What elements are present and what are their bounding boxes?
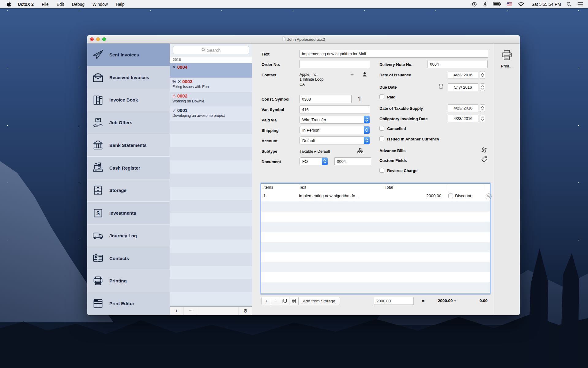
invoice-row-0001[interactable]: ✓ 0001 Developing an awesome project: [170, 106, 252, 121]
item-row[interactable]: 1 Implementing new algorithm fo... 2000.…: [261, 191, 490, 201]
sidebar-item-printing[interactable]: Printing: [87, 270, 170, 293]
due-date-stepper[interactable]: [480, 83, 485, 91]
receipt-icon[interactable]: [481, 147, 487, 154]
subtype-value[interactable]: Taxable ▸ Default: [300, 149, 330, 154]
items-table[interactable]: Items Text Total 1 Implementing new algo…: [261, 183, 490, 294]
order-no-field[interactable]: [300, 60, 370, 68]
subtotal-value: 2000.00 +: [427, 298, 456, 303]
close-button[interactable]: [90, 37, 94, 41]
print-icon[interactable]: [500, 49, 513, 63]
menu-window[interactable]: Window: [92, 2, 108, 7]
delivery-note-field[interactable]: [428, 60, 488, 68]
list-group-header: 2016: [170, 57, 252, 63]
invoice-row-0004[interactable]: ✕ 0004: [170, 63, 252, 78]
var-symbol-field[interactable]: [300, 105, 370, 113]
spotlight-icon[interactable]: [567, 2, 571, 7]
date-of-issuance-field[interactable]: 4/23/ 2016: [448, 71, 478, 79]
paid-via-popup[interactable]: Wire Transfer: [300, 116, 370, 124]
text-field[interactable]: [300, 50, 488, 58]
list-empty-area: [170, 121, 252, 306]
tag-icon[interactable]: [481, 156, 488, 164]
document-type-popup[interactable]: FO: [300, 157, 328, 165]
cancelled-checkbox[interactable]: [379, 126, 384, 131]
storage-grid-icon[interactable]: [289, 297, 299, 305]
add-contact-icon[interactable]: +: [350, 71, 354, 78]
percent-badge-icon[interactable]: %: [486, 194, 492, 199]
add-invoice-button[interactable]: +: [170, 307, 183, 315]
title-bar[interactable]: John Appleseed.ucx2: [87, 35, 520, 44]
document-number-field[interactable]: [334, 157, 371, 165]
alarm-clock-icon[interactable]: [438, 83, 444, 90]
sidebar-item-storage[interactable]: Storage: [87, 179, 170, 202]
taxable-supply-field[interactable]: 4/23/ 2016: [448, 104, 478, 112]
discount-checkbox[interactable]: [448, 194, 453, 198]
const-symbol-field[interactable]: [300, 95, 352, 103]
drawers-icon: [92, 184, 104, 197]
truck-icon: [92, 229, 104, 242]
person-icon[interactable]: [362, 72, 367, 78]
obligatory-date-stepper[interactable]: [480, 115, 485, 122]
invoice-row-0002[interactable]: ⚠ 0002 Working on Downie: [170, 92, 252, 106]
paper-plane-icon: [92, 48, 104, 61]
wifi-icon[interactable]: [518, 2, 524, 6]
date-of-issuance-stepper[interactable]: [480, 71, 485, 79]
taxable-supply-stepper[interactable]: [480, 104, 485, 112]
duplicate-item-icon[interactable]: [280, 297, 289, 305]
items-table-empty-rows: [261, 201, 490, 293]
issued-another-currency-checkbox[interactable]: [379, 136, 384, 141]
sidebar-item-journey-log[interactable]: Journey Log: [87, 224, 170, 247]
paid-label: Paid: [387, 95, 395, 99]
menu-debug[interactable]: Debug: [72, 2, 85, 7]
invoice-number: 0004: [177, 64, 187, 70]
menu-edit[interactable]: Edit: [57, 2, 64, 7]
input-language-flag-icon[interactable]: [507, 2, 512, 6]
reverse-charge-checkbox[interactable]: [379, 168, 384, 173]
apple-menu-icon[interactable]: [6, 2, 11, 7]
issued-another-currency-label: Issued in Another Currency: [387, 137, 439, 141]
remove-invoice-button[interactable]: −: [183, 307, 197, 315]
minimize-button[interactable]: [96, 37, 100, 41]
zoom-button[interactable]: [102, 37, 106, 41]
menu-file[interactable]: File: [42, 2, 49, 7]
account-popup[interactable]: Default: [300, 136, 370, 144]
sidebar-item-invoice-book[interactable]: Invoice Book: [87, 89, 170, 112]
popup-arrows-icon: [364, 137, 370, 144]
sidebar-item-received-invoices[interactable]: Received Invoices: [87, 66, 170, 89]
invoice-detail-panel: Text Order No. Delivery Note No. Contact…: [252, 44, 494, 315]
add-item-button[interactable]: +: [262, 297, 271, 305]
time-machine-icon[interactable]: [472, 2, 477, 7]
shipping-popup[interactable]: In Person: [300, 126, 370, 134]
due-date-field[interactable]: 5/ 7/ 2016: [448, 83, 478, 91]
invoice-list: Search 2016 ✕ 0004 % ✕ 0003 Fixing issue…: [170, 44, 252, 315]
paid-checkbox[interactable]: [379, 94, 384, 99]
contact-value: Apple, Inc. 1 Infinite Loop CA: [300, 72, 324, 87]
invoice-subtitle: Fixing issues with Eon: [172, 85, 250, 89]
sidebar-item-contacts[interactable]: Contacts: [87, 247, 170, 270]
percent-icon: %: [172, 79, 176, 84]
amount-field[interactable]: [374, 297, 414, 305]
pilcrow-icon[interactable]: ¶: [358, 96, 361, 102]
hierarchy-icon[interactable]: [357, 148, 363, 155]
sidebar-item-job-offers[interactable]: Job Offers: [87, 111, 170, 134]
gear-icon[interactable]: ⚙: [239, 307, 252, 315]
print-button[interactable]: Print...: [501, 64, 513, 68]
search-input[interactable]: Search: [173, 46, 249, 54]
notification-center-icon[interactable]: [578, 2, 583, 6]
menu-clock[interactable]: Sat 5:55:54 PM: [531, 2, 561, 7]
invoice-row-0003[interactable]: % ✕ 0003 Fixing issues with Eon: [170, 78, 252, 92]
sidebar-item-investments[interactable]: $ Investments: [87, 202, 170, 224]
sidebar-item-sent-invoices[interactable]: Sent Invoices: [87, 44, 170, 66]
menu-help[interactable]: Help: [116, 2, 125, 7]
svg-text:$: $: [96, 210, 100, 216]
app-menu-title[interactable]: UctoX 2: [18, 2, 34, 7]
obligatory-date-field[interactable]: 4/23/ 2016: [448, 115, 478, 122]
add-from-storage-button[interactable]: Add from Storage: [299, 297, 340, 305]
search-placeholder: Search: [207, 48, 221, 53]
battery-icon[interactable]: [493, 2, 501, 6]
sidebar-item-print-editor[interactable]: Print Editor: [87, 292, 170, 315]
open-envelope-icon: [92, 71, 104, 84]
remove-item-button[interactable]: −: [271, 297, 280, 305]
sidebar-item-cash-register[interactable]: Cash Register: [87, 157, 170, 179]
bluetooth-icon[interactable]: [483, 2, 487, 7]
sidebar-item-bank-statements[interactable]: Bank Statements: [87, 134, 170, 157]
